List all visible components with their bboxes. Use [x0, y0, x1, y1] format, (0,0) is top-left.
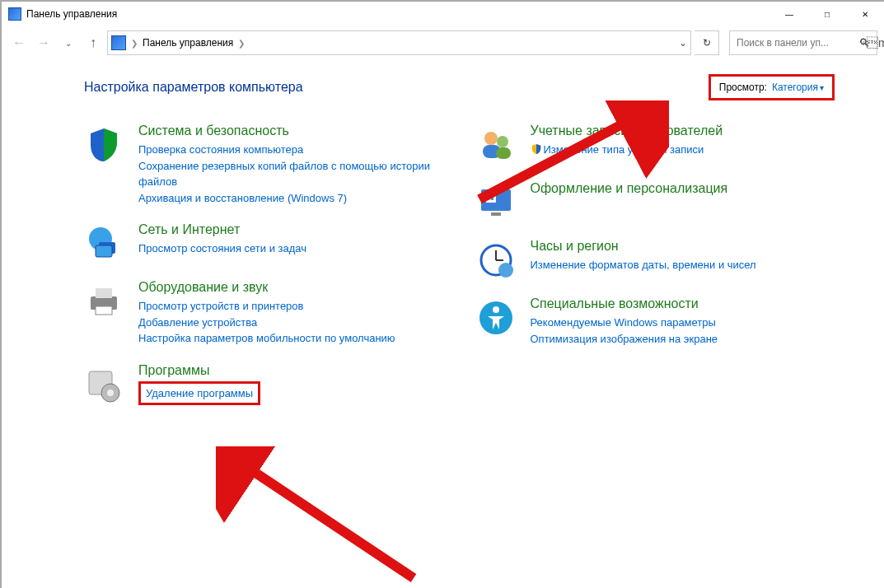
category-title[interactable]: Система и безопасность: [138, 124, 443, 138]
shield-icon: [84, 125, 124, 165]
categories-left-column: Система и безопасность Проверка состояни…: [84, 124, 443, 422]
category-link[interactable]: Настройка параметров мобильности по умол…: [138, 330, 443, 347]
category-link-text: Изменение типа учетной записи: [544, 143, 704, 156]
svg-rect-15: [488, 194, 490, 197]
chevron-right-icon: ❯: [131, 39, 138, 48]
category-link[interactable]: Сохранение резервных копий файлов с помо…: [138, 158, 443, 190]
svg-point-10: [497, 136, 508, 147]
svg-rect-19: [491, 212, 501, 216]
category-title[interactable]: Программы: [138, 363, 443, 378]
view-by-value[interactable]: Категория▾: [772, 82, 824, 93]
address-bar[interactable]: ❯ Панель управления ❯ ⌄: [107, 30, 691, 55]
category-link[interactable]: Оптимизация изображения на экране: [531, 331, 835, 348]
uninstall-program-link[interactable]: Удаление программы: [146, 387, 253, 399]
category-link[interactable]: Изменение форматов даты, времени и чисел: [531, 257, 835, 273]
recent-dropdown[interactable]: ⌄: [58, 32, 79, 54]
svg-rect-18: [491, 198, 493, 200]
category-clock-region: Часы и регион Изменение форматов даты, в…: [476, 239, 835, 280]
categories-right-column: Учетные записи пользователей Изменение т…: [476, 124, 835, 422]
minimize-button[interactable]: —: [770, 2, 808, 26]
content-area: Настройка параметров компьютера Просмотр…: [2, 59, 884, 438]
svg-rect-2: [96, 245, 112, 257]
svg-rect-4: [96, 288, 112, 298]
category-accessibility: Специальные возможности Рекомендуемые Wi…: [476, 296, 835, 347]
category-network: Сеть и Интернет Просмотр состояния сети …: [84, 222, 443, 264]
ease-of-access-icon: [476, 298, 516, 338]
category-hardware-sound: Оборудование и звук Просмотр устройств и…: [84, 280, 443, 347]
view-by-label: Просмотр:: [719, 82, 767, 93]
category-title[interactable]: Специальные возможности: [531, 296, 835, 311]
category-title[interactable]: Часы и регион: [531, 239, 835, 254]
breadcrumb-root[interactable]: Панель управления: [143, 37, 233, 49]
globe-network-icon: [84, 224, 124, 264]
svg-point-23: [498, 263, 513, 278]
users-icon: [476, 125, 516, 165]
svg-point-9: [484, 132, 498, 145]
clock-icon: [476, 240, 516, 280]
forward-button[interactable]: →: [33, 32, 54, 54]
category-title[interactable]: Оформление и персонализация: [531, 181, 835, 196]
category-link[interactable]: Просмотр устройств и принтеров: [138, 298, 443, 315]
category-appearance: Оформление и персонализация: [476, 181, 835, 222]
search-input[interactable]: [735, 36, 862, 49]
view-by-value-text: Категория: [772, 82, 818, 93]
window-title: Панель управления: [26, 8, 117, 20]
programs-icon: [84, 365, 124, 404]
navigation-bar: ← → ⌄ ↑ ❯ Панель управления ❯ ⌄ ↻ magni…: [2, 26, 884, 59]
category-title[interactable]: Оборудование и звук: [138, 280, 443, 295]
refresh-button[interactable]: ↻: [695, 30, 719, 55]
back-button[interactable]: ←: [8, 32, 30, 54]
personalization-icon: [476, 183, 516, 222]
category-title[interactable]: Сеть и Интернет: [138, 222, 443, 237]
printer-icon: [84, 282, 124, 321]
svg-point-8: [107, 390, 114, 396]
page-heading: Настройка параметров компьютера: [84, 80, 303, 95]
category-programs: Программы Удаление программы: [84, 363, 443, 406]
category-link[interactable]: Проверка состояния компьютера: [138, 142, 443, 158]
search-box[interactable]: magnify; 🔍︎: [729, 30, 877, 55]
close-button[interactable]: ✕: [846, 2, 884, 26]
uac-shield-icon: [531, 143, 542, 155]
category-system-security: Система и безопасность Проверка состояни…: [84, 124, 443, 206]
category-user-accounts: Учетные записи пользователей Изменение т…: [476, 124, 835, 165]
svg-rect-12: [496, 147, 511, 159]
highlight-uninstall-program: Удаление программы: [138, 381, 260, 406]
svg-line-26: [241, 463, 414, 578]
category-link[interactable]: Архивация и восстановление (Windows 7): [138, 190, 443, 207]
search-icon: 🔍︎: [858, 36, 870, 49]
up-button[interactable]: ↑: [82, 32, 104, 54]
address-dropdown-icon[interactable]: ⌄: [679, 37, 687, 49]
maximize-button[interactable]: □: [808, 2, 846, 26]
view-by-selector[interactable]: Просмотр: Категория▾: [709, 74, 835, 100]
category-link[interactable]: Просмотр состояния сети и задач: [138, 240, 443, 257]
control-panel-icon: [8, 7, 21, 21]
chevron-down-icon: ▾: [820, 83, 824, 92]
category-title[interactable]: Учетные записи пользователей: [531, 124, 835, 138]
category-link[interactable]: Добавление устройства: [138, 315, 443, 331]
svg-rect-5: [96, 306, 112, 315]
svg-rect-16: [491, 194, 493, 197]
category-link[interactable]: Рекомендуемые Windows параметры: [531, 315, 835, 331]
control-panel-icon: [111, 35, 126, 50]
svg-rect-17: [488, 198, 490, 200]
chevron-right-icon: ❯: [238, 39, 245, 48]
annotation-arrow-to-uninstall: [216, 446, 430, 588]
titlebar: Панель управления — □ ✕: [2, 2, 884, 26]
category-link[interactable]: Изменение типа учетной записи: [531, 142, 835, 158]
